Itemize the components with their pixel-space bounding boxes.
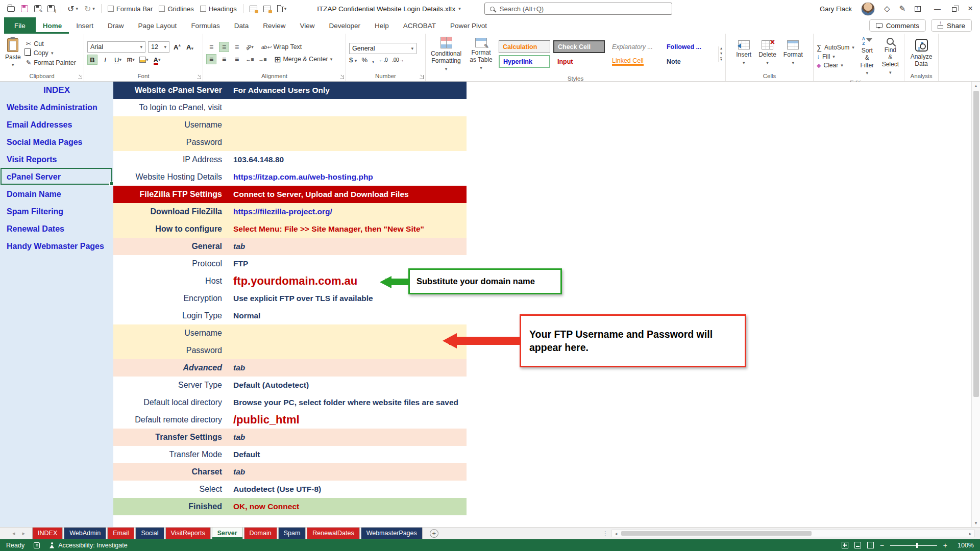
row-label-cell[interactable]: Charset	[113, 467, 227, 477]
analyze-data-button[interactable]: Analyze Data	[908, 38, 935, 69]
row-label-cell[interactable]: Username	[113, 329, 227, 338]
ribbon-tab-power-pivot[interactable]: Power Pivot	[443, 17, 494, 34]
align-center-button[interactable]: ≡	[219, 54, 229, 64]
delete-cells-button[interactable]: Delete▾	[756, 39, 778, 66]
undo-button[interactable]: ↺▾	[67, 4, 78, 14]
number-format-select[interactable]: General▾	[349, 43, 416, 54]
protect-workbook-button[interactable]	[263, 6, 271, 12]
export-button[interactable]: ▾	[277, 5, 287, 12]
ribbon-tab-view[interactable]: View	[292, 17, 322, 34]
clear-button[interactable]: ◆Clear▾	[817, 62, 854, 69]
row-label-cell[interactable]: To login to cPanel, visit	[113, 103, 227, 112]
format-as-table-button[interactable]: Format as Table ▾	[467, 37, 496, 72]
sheet-nav-right-icon[interactable]: ▸	[22, 530, 26, 537]
row-label-cell[interactable]: Transfer Mode	[113, 450, 227, 459]
row-label-cell[interactable]: Default local directory	[113, 398, 227, 407]
sidebar-item-website-administration[interactable]: Website Administration	[0, 99, 113, 116]
row-value-cell[interactable]: Normal	[227, 311, 467, 320]
format-painter-button[interactable]: ✎Format Painter	[26, 59, 76, 66]
ribbon-tab-draw[interactable]: Draw	[101, 17, 131, 34]
zoom-in-button[interactable]: +	[943, 541, 947, 549]
percent-style-button[interactable]: %	[361, 56, 368, 64]
sort-filter-button[interactable]: AZ Sort & Filter ▾	[857, 36, 877, 77]
ribbon-tab-review[interactable]: Review	[256, 17, 292, 34]
sheet-tab-visitreports[interactable]: VisitReports	[165, 528, 211, 539]
row-value-cell[interactable]: tab	[227, 242, 467, 251]
horizontal-scroll-thumb[interactable]	[621, 531, 812, 536]
row-value-cell[interactable]: Default (Autodetect)	[227, 381, 467, 390]
zoom-slider[interactable]	[890, 545, 937, 546]
sheet-tab-index[interactable]: INDEX	[32, 528, 63, 539]
sidebar-item-spam-filtering[interactable]: Spam Filtering	[0, 203, 113, 220]
style-followed[interactable]: Followed ...	[663, 40, 714, 53]
close-button[interactable]: ×	[968, 4, 973, 14]
increase-decimal-button[interactable]: ←.0	[379, 57, 388, 63]
avatar[interactable]	[861, 2, 875, 16]
row-value-cell[interactable]: 103.64.148.80	[227, 155, 467, 164]
ribbon-tab-acrobat[interactable]: ACROBAT	[396, 17, 443, 34]
fill-button[interactable]: ↓Fill▾	[817, 53, 854, 60]
row-label-cell[interactable]: Transfer Settings	[113, 433, 227, 442]
sheet-tab-webmasterpages[interactable]: WebmasterPages	[361, 528, 423, 539]
open-button[interactable]	[7, 6, 15, 12]
document-title[interactable]: ITZAP Confidential Website Login Details…	[317, 5, 461, 13]
row-label-cell[interactable]: Login Type	[113, 311, 227, 320]
row-label-cell[interactable]: Download FileZilla	[113, 207, 227, 216]
row-label-cell[interactable]: Select	[113, 485, 227, 494]
minimize-button[interactable]: —	[934, 5, 941, 13]
style-linked-cell[interactable]: Linked Cell	[608, 55, 659, 68]
row-value-cell[interactable]: Browse your PC, select folder where webs…	[227, 398, 467, 407]
dialog-launcher-icon[interactable]	[420, 75, 424, 79]
gridlines-toggle[interactable]: Gridlines	[159, 5, 193, 13]
decrease-indent-button[interactable]: ←≡	[244, 54, 255, 64]
sheet-tab-server[interactable]: Server	[212, 528, 243, 539]
vertical-scroll-thumb[interactable]	[973, 91, 979, 397]
sidebar-item-cpanel-server[interactable]: cPanel Server	[0, 168, 113, 186]
new-sheet-button[interactable]: +	[430, 529, 438, 538]
row-value-cell[interactable]: OK, now Connect	[227, 502, 467, 511]
row-value-cell[interactable]: FTP	[227, 259, 467, 268]
ribbon-tab-home[interactable]: Home	[36, 17, 69, 34]
row-value-cell[interactable]: Default	[227, 450, 467, 459]
redo-button[interactable]: ↻▾	[84, 4, 95, 14]
row-label-cell[interactable]: Default remote directory	[113, 415, 227, 424]
meet-now-icon[interactable]: ◇	[884, 4, 890, 13]
tab-splitter-handle[interactable]: ⋮	[602, 530, 608, 537]
row-value-cell[interactable]: /public_html	[227, 413, 467, 427]
protect-sheet-button[interactable]	[250, 6, 257, 12]
borders-button[interactable]: ⊞▾	[126, 55, 136, 65]
format-cells-button[interactable]: Format▾	[781, 39, 805, 66]
increase-font-button[interactable]: A▴	[172, 42, 182, 52]
row-label-cell[interactable]: Password	[113, 138, 227, 147]
scroll-right-icon[interactable]: ▸	[966, 531, 974, 536]
sheet-tab-email[interactable]: Email	[107, 528, 134, 539]
paste-button[interactable]: Paste ▾	[3, 37, 23, 69]
scroll-up-icon[interactable]: ▴	[975, 82, 977, 90]
row-label-cell[interactable]: Website cPanel Server	[113, 86, 227, 95]
row-value-cell[interactable]: Use explicit FTP over TLS if available	[227, 294, 467, 303]
document-info-button[interactable]: i	[47, 5, 55, 12]
dialog-launcher-icon[interactable]	[78, 75, 82, 79]
row-label-cell[interactable]: Username	[113, 120, 227, 130]
search-input[interactable]: Search (Alt+Q)	[484, 3, 672, 15]
sidebar-item-email-addresses[interactable]: Email Addresses	[0, 116, 113, 134]
restore-button[interactable]	[952, 7, 957, 12]
orientation-button[interactable]: ab▾	[244, 42, 255, 52]
zoom-level[interactable]: 100%	[953, 542, 974, 549]
row-label-cell[interactable]: Host	[113, 277, 227, 286]
row-label-cell[interactable]: General	[113, 242, 227, 251]
sidebar-item-renewal-dates[interactable]: Renewal Dates	[0, 220, 113, 238]
row-label-cell[interactable]: FileZilla FTP Settings	[113, 190, 227, 199]
insert-cells-button[interactable]: Insert▾	[734, 39, 753, 66]
top-align-button[interactable]: ≡	[206, 42, 216, 52]
row-value-cell[interactable]: https://filezilla-project.org/	[227, 207, 467, 216]
autosum-button[interactable]: ∑AutoSum▾	[817, 43, 854, 52]
style-note[interactable]: Note	[663, 55, 714, 68]
accounting-format-button[interactable]: $ ▾	[349, 56, 357, 64]
row-label-cell[interactable]: Advanced	[113, 363, 227, 372]
scroll-left-icon[interactable]: ◂	[612, 531, 620, 536]
align-left-button[interactable]: ≡	[206, 54, 216, 64]
vertical-scrollbar[interactable]: ▴ ▾	[971, 82, 980, 527]
row-label-cell[interactable]: How to configure	[113, 224, 227, 234]
row-value-cell[interactable]: Connect to Server, Upload and Download F…	[227, 190, 467, 199]
